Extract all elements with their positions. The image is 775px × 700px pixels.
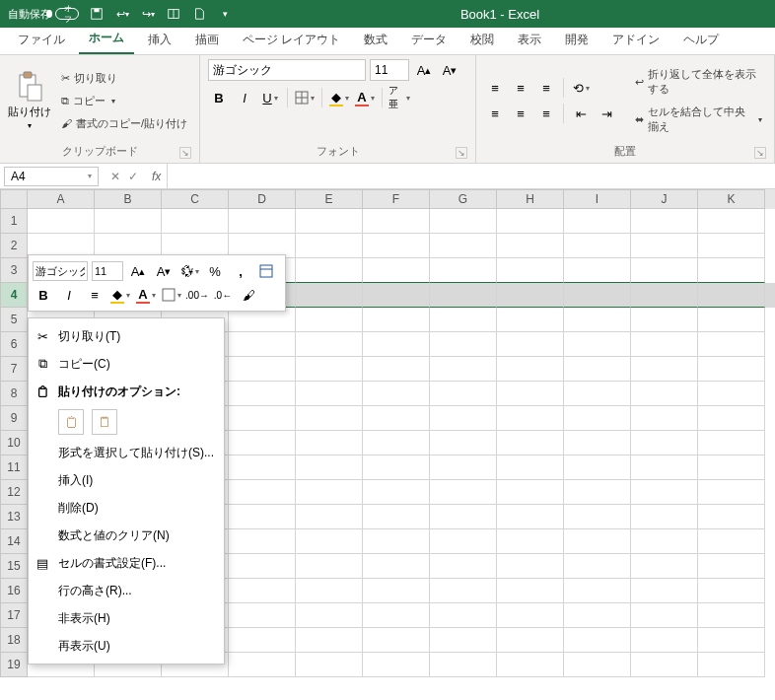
column-header-K[interactable]: K [698,189,765,209]
cell-I12[interactable] [564,480,631,505]
cell-E10[interactable] [296,431,363,455]
row-header-9[interactable]: 9 [0,406,28,431]
cell-H13[interactable] [497,505,564,529]
cell-E18[interactable] [296,628,363,653]
cell-I14[interactable] [564,529,631,554]
cell-F15[interactable] [363,554,430,579]
font-size-combo[interactable] [370,59,409,81]
row-header-11[interactable]: 11 [0,455,28,480]
cell-F12[interactable] [363,480,430,505]
cell-F9[interactable] [363,406,430,431]
cell-K15[interactable] [698,554,765,579]
redo-icon[interactable]: ↪︎▾ [140,6,156,22]
cell-I13[interactable] [564,505,631,529]
tab-home[interactable]: ホーム [79,24,134,54]
decrease-indent-icon[interactable]: ⇤ [570,103,592,124]
cell-H15[interactable] [497,554,564,579]
cell-I19[interactable] [564,653,631,677]
cell-K7[interactable] [698,357,765,382]
cell-A1[interactable] [28,209,95,234]
tab-draw[interactable]: 描画 [185,26,229,54]
cell-D15[interactable] [229,554,296,579]
mini-font-size-combo[interactable] [92,261,123,281]
cell-H10[interactable] [497,431,564,455]
row-header-15[interactable]: 15 [0,554,28,579]
cell-I10[interactable] [564,431,631,455]
paste-option-keep-source[interactable]: 📋︎ [58,409,84,435]
tab-insert[interactable]: 挿入 [138,26,181,54]
cell-F4[interactable] [363,283,430,308]
cell-G2[interactable] [430,234,497,258]
cell-H19[interactable] [497,653,564,677]
cell-I5[interactable] [564,308,631,332]
cell-G16[interactable] [430,579,497,603]
tab-formulas[interactable]: 数式 [354,26,397,54]
cell-F1[interactable] [363,209,430,234]
cell-E11[interactable] [296,455,363,480]
row-header-17[interactable]: 17 [0,603,28,628]
cell-G15[interactable] [430,554,497,579]
fx-icon[interactable]: fx [146,170,167,183]
menu-clear[interactable]: 数式と値のクリア(N) [29,522,224,549]
underline-button[interactable]: U [259,87,281,108]
cell-F19[interactable] [363,653,430,677]
cell-I8[interactable] [564,382,631,406]
mini-format-painter-icon[interactable]: 🖌︎ [238,284,259,306]
cell-I3[interactable] [564,258,631,283]
mini-font-color-button[interactable]: A [135,284,157,306]
menu-copy[interactable]: ⧉コピー(C) [29,350,224,378]
cell-J9[interactable] [631,406,698,431]
cell-K16[interactable] [698,579,765,603]
cell-I6[interactable] [564,332,631,357]
font-launcher[interactable]: ↘ [456,147,467,159]
row-header-5[interactable]: 5 [0,308,28,332]
cell-J5[interactable] [631,308,698,332]
clipboard-launcher[interactable]: ↘ [179,147,191,159]
align-left-icon[interactable]: ≡ [484,103,506,124]
cell-E12[interactable] [296,480,363,505]
cell-J14[interactable] [631,529,698,554]
cell-F7[interactable] [363,357,430,382]
cell-J19[interactable] [631,653,698,677]
cell-E8[interactable] [296,382,363,406]
column-header-C[interactable]: C [162,189,229,209]
tab-page-layout[interactable]: ページ レイアウト [233,26,350,54]
cell-J1[interactable] [631,209,698,234]
cell-K6[interactable] [698,332,765,357]
cell-E17[interactable] [296,603,363,628]
column-header-G[interactable]: G [430,189,497,209]
row-header-14[interactable]: 14 [0,529,28,554]
cell-F18[interactable] [363,628,430,653]
align-center-icon[interactable]: ≡ [510,103,531,124]
cell-K17[interactable] [698,603,765,628]
qat-icon-1[interactable] [166,6,181,22]
cell-K12[interactable] [698,480,765,505]
cell-H7[interactable] [497,357,564,382]
cell-K18[interactable] [698,628,765,653]
cell-F8[interactable] [363,382,430,406]
cell-D13[interactable] [229,505,296,529]
cell-E19[interactable] [296,653,363,677]
cell-J8[interactable] [631,382,698,406]
cell-I18[interactable] [564,628,631,653]
cell-F6[interactable] [363,332,430,357]
column-header-I[interactable]: I [564,189,631,209]
mini-decrease-font-icon[interactable]: A▾ [153,260,175,282]
cell-F14[interactable] [363,529,430,554]
cell-H8[interactable] [497,382,564,406]
cut-button[interactable]: ✂︎切り取り [57,69,191,88]
cell-D11[interactable] [229,455,296,480]
cell-K11[interactable] [698,455,765,480]
cell-I2[interactable] [564,234,631,258]
cell-H5[interactable] [497,308,564,332]
menu-unhide[interactable]: 再表示(U) [29,632,224,660]
row-header-7[interactable]: 7 [0,357,28,382]
cell-J4[interactable] [631,283,698,308]
undo-icon[interactable]: ↩︎▾ [114,6,130,22]
cell-J12[interactable] [631,480,698,505]
phonetic-button[interactable]: ア亜 [388,87,410,108]
tab-review[interactable]: 校閲 [460,26,504,54]
mini-increase-decimal-icon[interactable]: .00→ [186,284,208,306]
cell-J6[interactable] [631,332,698,357]
mini-fill-color-button[interactable]: ◆ [109,284,131,306]
